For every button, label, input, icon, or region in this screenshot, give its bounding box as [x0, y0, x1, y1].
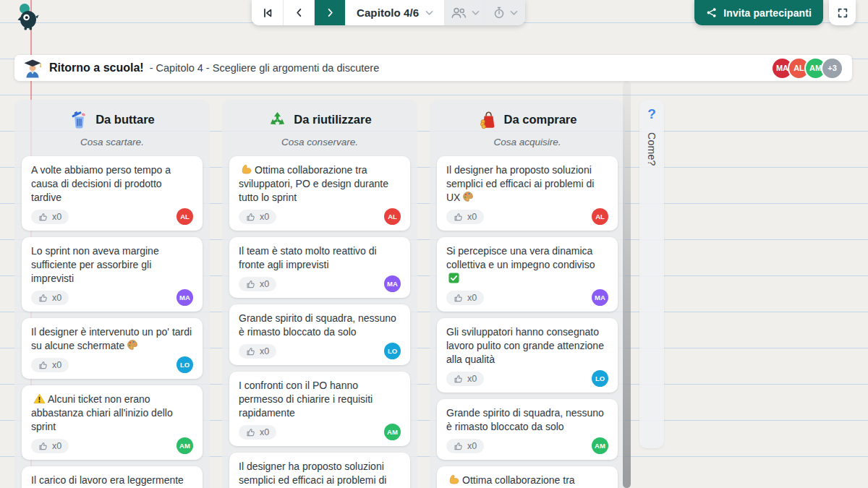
card-author-avatar: LO: [384, 343, 401, 359]
like-button[interactable]: x0: [446, 210, 484, 224]
column-header: Da buttare Cosa scartare.: [22, 110, 203, 156]
card[interactable]: Il team è stato molto reattivo di fronte…: [229, 237, 410, 298]
card-footer: x0 MA: [31, 289, 193, 306]
session-header: Ritorno a scuola! - Capitolo 4 - Sceglie…: [14, 55, 852, 81]
thumbs-up-icon: [246, 279, 256, 289]
card[interactable]: Ottima collaborazione tra sviluppatori, …: [229, 156, 410, 231]
card[interactable]: Grande spirito di squadra, nessuno è rim…: [437, 399, 618, 460]
card-footer: x0 LO: [446, 370, 608, 387]
card[interactable]: Grande spirito di squadra, nessuno è rim…: [229, 304, 410, 365]
card[interactable]: Gli sviluppatori hanno consegnato lavoro…: [437, 318, 618, 393]
card-text: Il designer ha proposto soluzioni sempli…: [239, 460, 401, 488]
card-text: Si percepisce una vera dinamica colletti…: [446, 244, 608, 286]
like-button[interactable]: x0: [31, 358, 69, 372]
card-footer: x0 AM: [31, 437, 193, 454]
like-button[interactable]: x0: [239, 277, 276, 291]
like-count: x0: [52, 441, 61, 451]
avatar: +3: [821, 57, 843, 80]
card-list: Il designer ha proposto soluzioni sempli…: [437, 156, 618, 488]
thumbs-up-icon: [454, 441, 464, 451]
like-count: x0: [467, 212, 477, 222]
thumbs-up-icon: [38, 360, 48, 370]
session-subtitle: - Capitolo 4 - Scegliere gli argomenti d…: [150, 62, 380, 74]
chapter-selector[interactable]: Capitolo 4/6: [345, 0, 444, 25]
board-column: Da riutilizzare Cosa conservare. Ottima …: [222, 100, 417, 488]
student-icon: [23, 59, 42, 78]
skip-to-start-button[interactable]: [252, 0, 283, 25]
card[interactable]: Il designer ha proposto soluzioni sempli…: [229, 453, 410, 488]
like-button[interactable]: x0: [446, 372, 484, 386]
previous-chapter-button[interactable]: [283, 0, 314, 25]
stopwatch-icon: [493, 7, 505, 19]
muscle-icon: [241, 163, 252, 175]
fullscreen-button[interactable]: [829, 0, 856, 25]
like-count: x0: [260, 212, 269, 222]
card[interactable]: Alcuni ticket non erano abbastanza chiar…: [22, 385, 203, 460]
like-button[interactable]: x0: [446, 291, 484, 305]
like-count: x0: [467, 293, 477, 303]
card-text: Gli sviluppatori hanno consegnato lavoro…: [446, 325, 608, 367]
like-button[interactable]: x0: [31, 439, 69, 453]
card-footer: x0 AM: [239, 424, 401, 440]
help-panel-label: Come?: [646, 132, 658, 166]
app-logo[interactable]: [16, 3, 41, 33]
recycle-icon: [268, 110, 287, 129]
like-count: x0: [260, 279, 269, 289]
shopping-icon: [478, 110, 498, 129]
like-button[interactable]: x0: [31, 291, 69, 305]
like-button[interactable]: x0: [446, 439, 484, 453]
card-author-avatar: AM: [176, 437, 193, 454]
like-button[interactable]: x0: [239, 425, 276, 440]
like-count: x0: [467, 441, 477, 451]
help-panel-collapsed[interactable]: ? Come?: [639, 100, 664, 448]
invite-participants-button[interactable]: Invita partecipanti: [694, 0, 823, 25]
column-subtitle: Cosa conservare.: [229, 137, 410, 147]
card-author-avatar: AL: [384, 208, 401, 225]
card[interactable]: Il designer è intervenuto un po' tardi s…: [22, 318, 203, 379]
card-author-avatar: MA: [592, 289, 608, 306]
participant-avatars: MAALAM+3: [777, 57, 843, 80]
timer-menu-button[interactable]: [485, 0, 525, 25]
card[interactable]: Lo sprint non aveva margine sufficiente …: [22, 237, 203, 312]
chapter-label: Capitolo 4/6: [357, 7, 419, 19]
like-button[interactable]: x0: [239, 210, 276, 224]
card-footer: x0 LO: [31, 356, 193, 373]
card[interactable]: Il carico di lavoro era leggermente sbil…: [22, 466, 203, 488]
like-button[interactable]: x0: [239, 344, 276, 359]
session-title: Ritorno a scuola!: [49, 61, 144, 74]
card-author-avatar: AL: [592, 208, 608, 225]
card-text: Grande spirito di squadra, nessuno è rim…: [239, 312, 401, 339]
people-icon: [451, 7, 467, 19]
vertical-scrollbar[interactable]: [623, 81, 631, 488]
chapter-navigation: Capitolo 4/6: [252, 0, 525, 25]
invite-participants-label: Invita partecipanti: [723, 7, 812, 19]
chevron-down-icon: [510, 10, 518, 16]
column-subtitle: Cosa acquisire.: [437, 137, 618, 147]
card-text: Alcuni ticket non erano abbastanza chiar…: [31, 393, 193, 434]
participants-menu-button[interactable]: [444, 0, 485, 25]
thumbs-up-icon: [454, 293, 464, 303]
palette-icon: [462, 191, 474, 202]
topbar-right-controls: Invita partecipanti: [694, 0, 856, 25]
like-button[interactable]: x0: [31, 210, 69, 224]
card-text: Ottima collaborazione tra sviluppatori, …: [446, 474, 608, 488]
card-list: A volte abbiamo perso tempo a causa di d…: [22, 156, 203, 488]
card-text: Il carico di lavoro era leggermente sbil…: [31, 474, 193, 488]
chevron-down-icon: [425, 10, 433, 16]
card[interactable]: A volte abbiamo perso tempo a causa di d…: [22, 156, 203, 231]
card-text: Grande spirito di squadra, nessuno è rim…: [446, 406, 608, 434]
card[interactable]: Ottima collaborazione tra sviluppatori, …: [437, 466, 618, 488]
card[interactable]: Il designer ha proposto soluzioni sempli…: [437, 156, 618, 231]
next-chapter-button[interactable]: [314, 0, 345, 25]
like-count: x0: [260, 427, 269, 437]
like-count: x0: [52, 293, 61, 303]
column-title: Da buttare: [95, 113, 155, 127]
card[interactable]: I confronti con il PO hanno permesso di …: [229, 372, 410, 446]
board-column: Da buttare Cosa scartare. A volte abbiam…: [14, 100, 210, 488]
column-header: Da comprare Cosa acquisire.: [437, 110, 618, 156]
palette-icon: [127, 339, 138, 351]
like-count: x0: [260, 346, 269, 356]
card-text: I confronti con il PO hanno permesso di …: [239, 379, 401, 420]
card-text: Lo sprint non aveva margine sufficiente …: [31, 244, 193, 286]
card[interactable]: Si percepisce una vera dinamica colletti…: [437, 237, 618, 312]
